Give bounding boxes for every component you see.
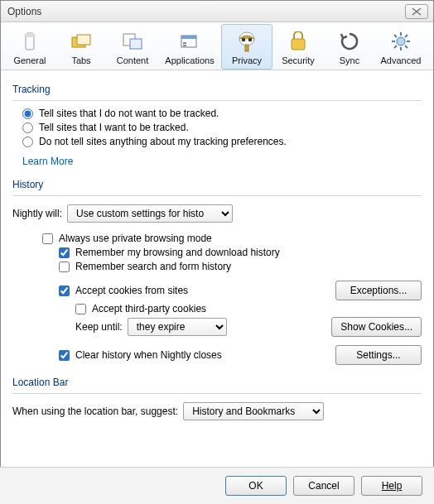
nightly-will-label: Nightly will:	[12, 208, 62, 219]
keep-until-label: Keep until:	[75, 321, 123, 333]
general-icon	[7, 30, 53, 53]
divider	[12, 393, 422, 394]
svg-point-11	[242, 38, 246, 42]
help-button[interactable]: Help	[361, 476, 422, 496]
content-icon	[109, 30, 156, 53]
tab-label: Sync	[326, 55, 373, 65]
radio-label: Do not tell sites anything about my trac…	[39, 136, 287, 147]
radio-want-track[interactable]	[22, 122, 33, 133]
tab-security[interactable]: Security	[272, 24, 324, 70]
ok-button[interactable]: OK	[225, 476, 287, 496]
tab-label: Applications	[161, 55, 219, 65]
history-mode-select[interactable]: Use custom settings for history	[67, 204, 233, 223]
titlebar: Options	[1, 1, 433, 22]
tab-label: Tabs	[58, 55, 104, 65]
check-label: Clear history when Nightly closes	[75, 349, 222, 361]
svg-rect-8	[183, 42, 186, 44]
help-label: Help	[382, 480, 403, 492]
exceptions-button[interactable]: Exceptions...	[335, 281, 422, 300]
tab-advanced[interactable]: Advanced	[375, 24, 427, 70]
learn-more-link[interactable]: Learn More	[22, 156, 73, 167]
check-remember-search[interactable]	[59, 262, 70, 272]
close-icon	[412, 7, 422, 16]
history-group-title: History	[12, 179, 422, 190]
svg-rect-7	[181, 36, 196, 39]
advanced-icon	[378, 30, 424, 53]
radio-do-not-track[interactable]	[22, 108, 33, 119]
svg-point-15	[397, 37, 405, 46]
sync-icon	[326, 30, 373, 53]
window-title: Options	[6, 6, 405, 17]
svg-line-23	[405, 35, 407, 37]
radio-label: Tell sites that I do not want to be trac…	[39, 108, 219, 119]
svg-rect-14	[292, 39, 305, 50]
tab-content[interactable]: Content	[107, 24, 158, 70]
svg-point-12	[248, 38, 253, 42]
svg-rect-3	[77, 35, 90, 45]
close-button[interactable]	[405, 4, 428, 19]
tab-label: Privacy	[224, 55, 270, 65]
check-third-party[interactable]	[75, 304, 86, 314]
check-always-private[interactable]	[42, 233, 53, 244]
tracking-group-title: Tracking	[12, 84, 422, 95]
location-bar-group-title: Location Bar	[12, 377, 422, 388]
check-label: Accept third-party cookies	[92, 303, 206, 314]
divider	[12, 195, 422, 196]
tab-sync[interactable]: Sync	[324, 24, 375, 70]
show-cookies-button[interactable]: Show Cookies...	[331, 317, 422, 337]
svg-line-21	[405, 46, 407, 48]
tab-privacy[interactable]: Privacy	[221, 24, 272, 70]
suggest-label: When using the location bar, suggest:	[12, 406, 178, 417]
tab-label: Advanced	[378, 55, 424, 65]
divider	[12, 100, 422, 101]
check-clear-on-close[interactable]	[59, 350, 70, 361]
tab-label: Content	[109, 55, 156, 65]
check-label: Always use private browsing mode	[59, 233, 212, 244]
tab-label: General	[7, 55, 53, 65]
radio-no-pref[interactable]	[22, 137, 33, 147]
privacy-icon	[224, 30, 270, 53]
cancel-button[interactable]: Cancel	[293, 476, 354, 496]
check-accept-cookies[interactable]	[59, 286, 70, 296]
content-area: Tracking Tell sites that I do not want t…	[1, 70, 433, 435]
svg-rect-5	[130, 39, 142, 49]
svg-rect-9	[183, 45, 186, 46]
svg-rect-13	[245, 45, 248, 51]
applications-icon	[161, 30, 219, 53]
check-remember-browsing[interactable]	[59, 247, 70, 258]
security-icon	[275, 30, 321, 53]
tab-applications[interactable]: Applications	[158, 24, 221, 70]
tab-general[interactable]: General	[4, 24, 55, 70]
dialog-footer: OK Cancel Help	[0, 467, 434, 504]
category-toolbar: General Tabs Content Applications Privac…	[1, 22, 433, 70]
check-label: Remember my browsing and download histor…	[75, 247, 280, 258]
tab-label: Security	[275, 55, 321, 65]
suggest-select[interactable]: History and Bookmarks	[183, 402, 324, 420]
svg-line-20	[394, 35, 397, 37]
check-label: Accept cookies from sites	[75, 285, 188, 296]
tab-tabs[interactable]: Tabs	[55, 24, 107, 70]
svg-line-22	[394, 46, 397, 48]
radio-label: Tell sites that I want to be tracked.	[39, 122, 189, 133]
tabs-icon	[58, 30, 104, 53]
settings-button[interactable]: Settings...	[335, 345, 422, 365]
check-label: Remember search and form history	[75, 261, 231, 272]
keep-until-select[interactable]: they expire	[128, 318, 227, 336]
svg-rect-1	[26, 33, 34, 37]
